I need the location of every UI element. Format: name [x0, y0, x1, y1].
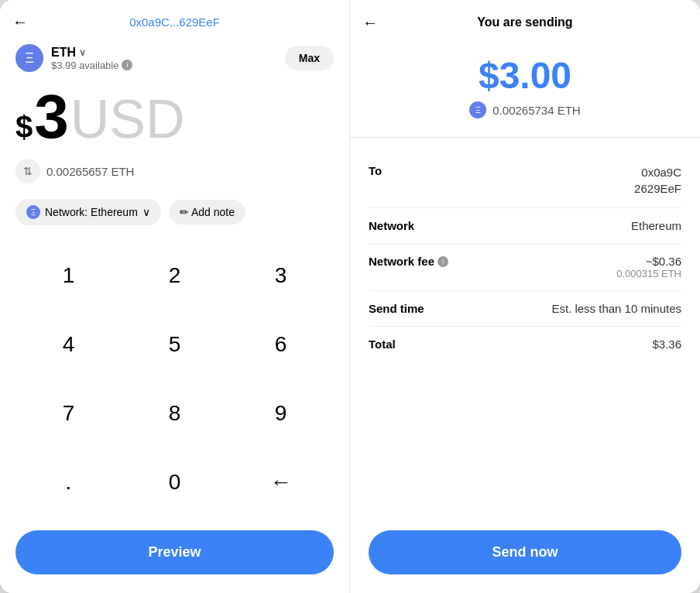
- right-title: You are sending: [477, 15, 572, 29]
- numpad-2[interactable]: 2: [122, 241, 228, 310]
- network-fee-usd: ~$0.36: [616, 255, 681, 268]
- numpad-4[interactable]: 4: [15, 310, 122, 379]
- sending-usd-amount: $3.00: [479, 54, 571, 97]
- network-row: Network Ethereum: [369, 208, 681, 244]
- send-now-button[interactable]: Send now: [369, 530, 681, 574]
- network-value: Ethereum: [631, 219, 681, 232]
- preview-button[interactable]: Preview: [15, 530, 334, 574]
- left-panel: ← 0x0a9C...629EeF Ξ ETH ∨ $3.99 availabl…: [0, 0, 350, 593]
- network-chevron-icon: ∨: [142, 206, 150, 218]
- numpad-1[interactable]: 1: [15, 241, 122, 310]
- numpad: 1 2 3 4 5 6 7 8 9 . 0 ←: [0, 235, 349, 523]
- eth-small-icon: Ξ: [469, 101, 486, 118]
- token-details: ETH ∨ $3.99 available i: [51, 46, 132, 71]
- address-label: 0x0a9C...629EeF: [129, 15, 220, 29]
- add-note-button[interactable]: ✏ Add note: [169, 200, 245, 225]
- sending-amount-section: $3.00 Ξ 0.00265734 ETH: [350, 39, 700, 138]
- eth-amount-text: 0.00265657 ETH: [46, 165, 134, 178]
- token-info[interactable]: Ξ ETH ∨ $3.99 available i: [15, 44, 132, 72]
- sending-eth-row: Ξ 0.00265734 ETH: [469, 101, 580, 118]
- numpad-dot[interactable]: .: [15, 447, 122, 516]
- network-fee-eth: 0.000315 ETH: [616, 268, 681, 279]
- to-label: To: [369, 164, 382, 177]
- send-time-label: Send time: [369, 302, 424, 315]
- network-label: Network: [369, 219, 414, 232]
- info-icon[interactable]: i: [122, 60, 132, 70]
- swap-icon[interactable]: ⇅: [15, 159, 40, 183]
- network-fee-label: Network fee i: [369, 255, 448, 268]
- max-button[interactable]: Max: [285, 46, 334, 70]
- numpad-8[interactable]: 8: [122, 379, 228, 447]
- token-row: Ξ ETH ∨ $3.99 available i Max: [0, 38, 349, 78]
- dollar-sign: $: [15, 110, 33, 145]
- action-row: Ξ Network: Ethereum ∨ ✏ Add note: [0, 190, 349, 235]
- amount-display: $ 3 USD: [0, 78, 349, 153]
- numpad-backspace[interactable]: ←: [228, 447, 334, 516]
- numpad-0[interactable]: 0: [122, 447, 228, 516]
- chevron-down-icon: ∨: [79, 47, 86, 58]
- numpad-6[interactable]: 6: [228, 310, 334, 379]
- total-label: Total: [369, 338, 396, 351]
- network-fee-info-icon[interactable]: i: [438, 256, 448, 267]
- to-row: To 0x0a9C 2629EeF: [369, 153, 681, 208]
- network-fee-values: ~$0.36 0.000315 ETH: [616, 255, 681, 279]
- sending-eth-text: 0.00265734 ETH: [492, 104, 580, 117]
- right-header: ← You are sending: [350, 0, 700, 39]
- token-name[interactable]: ETH ∨: [51, 46, 132, 60]
- eth-equivalent-row[interactable]: ⇅ 0.00265657 ETH: [0, 153, 349, 190]
- to-address: 0x0a9C 2629EeF: [634, 164, 681, 197]
- back-arrow-right[interactable]: ←: [362, 14, 378, 32]
- details-section: To 0x0a9C 2629EeF Network Ethereum Netwo…: [350, 138, 700, 523]
- network-fee-row: Network fee i ~$0.36 0.000315 ETH: [369, 244, 681, 291]
- send-time-value: Est. less than 10 minutes: [551, 302, 681, 315]
- total-row: Total $3.36: [369, 327, 681, 362]
- numpad-3[interactable]: 3: [228, 241, 334, 310]
- back-arrow-left[interactable]: ←: [12, 13, 28, 31]
- amount-number: 3: [34, 86, 69, 148]
- total-value: $3.36: [652, 338, 681, 351]
- numpad-5[interactable]: 5: [122, 310, 228, 379]
- send-time-row: Send time Est. less than 10 minutes: [369, 291, 681, 327]
- right-panel: ← You are sending $3.00 Ξ 0.00265734 ETH…: [350, 0, 700, 593]
- network-button[interactable]: Ξ Network: Ethereum ∨: [15, 199, 161, 225]
- left-header: ← 0x0a9C...629EeF: [0, 0, 349, 38]
- amount-currency: USD: [70, 92, 185, 146]
- network-eth-icon: Ξ: [26, 205, 40, 219]
- numpad-7[interactable]: 7: [15, 379, 122, 447]
- token-available: $3.99 available i: [51, 60, 132, 71]
- numpad-9[interactable]: 9: [228, 379, 334, 447]
- eth-logo-icon: Ξ: [15, 44, 43, 72]
